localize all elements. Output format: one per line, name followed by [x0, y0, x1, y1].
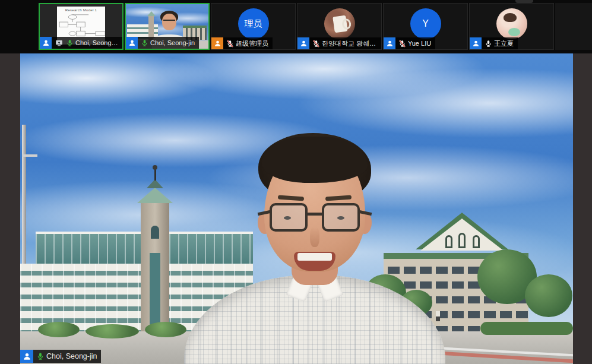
initials-avatar: 理员 [238, 8, 269, 39]
person-icon [470, 37, 482, 49]
participant-name: Choi, Seong-jin的屏幕... [75, 39, 118, 48]
participant-namebar: Choi, Seong-jin [126, 37, 199, 49]
participant-filmstrip: Research Model 1 [0, 0, 592, 53]
gable-window [445, 235, 452, 248]
screenshare-icon [54, 39, 64, 47]
tower-spire-finial [153, 165, 157, 170]
person-icon [126, 37, 138, 49]
mini-person-glasses [163, 20, 175, 23]
gable-window [473, 235, 480, 248]
mic-on-icon [65, 39, 74, 47]
baby-bib-graphic [508, 28, 520, 36]
main-speaker-namebar: Choi, Seong-jin [20, 350, 101, 363]
participant-tile-screenshare[interactable]: Research Model 1 [39, 3, 124, 50]
participant-name: 한양대학교 왕쉐/王雪 [322, 39, 377, 48]
initials-avatar: Y [410, 8, 441, 39]
mini-tower-roof [147, 11, 156, 16]
photo-avatar [496, 8, 527, 39]
speaker-teeth [297, 253, 332, 261]
person-icon [20, 350, 33, 363]
meeting-window: Research Model 1 [0, 0, 592, 364]
mug-graphic [333, 15, 348, 33]
person-icon [384, 37, 395, 49]
participant-namebar: 한양대학교 왕쉐/王雪 [297, 37, 381, 49]
bush [38, 322, 80, 337]
person-icon-host [211, 37, 223, 49]
bush [86, 324, 139, 338]
speaker-glasses-lens [322, 203, 360, 232]
tower-glass-strip [150, 253, 160, 333]
participant-name: 超级管理员 [236, 39, 268, 48]
main-video-tile[interactable]: Choi, Seong-jin [20, 53, 573, 364]
mic-on-icon [36, 352, 45, 360]
research-model-diagram [57, 12, 105, 39]
person-icon [40, 37, 52, 49]
participant-tile-wangxue[interactable]: 한양대학교 왕쉐/王雪 [297, 3, 382, 50]
clock-tower [141, 202, 169, 334]
participant-name: Choi, Seong-jin [150, 39, 195, 46]
participant-name: Yue LIU [408, 40, 431, 47]
baby-hair-graphic [504, 13, 517, 22]
mic-muted-icon [226, 40, 234, 48]
pedestrian [436, 311, 440, 321]
slide-title: Research Model 1 [57, 8, 105, 12]
speaker-nose [310, 227, 319, 247]
speaker-mouth [294, 252, 335, 271]
mic-on-icon [484, 40, 492, 48]
photo-avatar [324, 8, 355, 39]
filmstrip-empty-space [555, 3, 592, 50]
person-icon [297, 37, 309, 49]
participant-namebar: 王立夏 [470, 37, 518, 49]
light-pole-arm [22, 154, 37, 157]
mic-on-icon [140, 39, 148, 47]
main-speaker-name: Choi, Seong-jin [46, 352, 97, 360]
speaker-glasses-bridge [308, 213, 322, 216]
participant-tile-yueliu[interactable]: Y Yue LIU [383, 3, 468, 50]
mic-muted-icon [312, 40, 320, 48]
gable-window [458, 233, 466, 248]
participant-namebar: Yue LIU [384, 37, 435, 49]
tower-roof-peak [147, 179, 163, 188]
stage: Choi, Seong-jin [0, 53, 592, 364]
participant-tile-admin[interactable]: 理员 超级管理员 [211, 3, 296, 50]
participant-namebar: Choi, Seong-jin的屏幕... [40, 37, 122, 49]
tower-arch-window [151, 226, 159, 239]
participant-namebar: 超级管理员 [211, 37, 273, 49]
participant-name: 王立夏 [494, 39, 514, 48]
hedge-row [480, 322, 573, 335]
mic-muted-icon [398, 40, 406, 48]
participant-tile-wanglixia[interactable]: 王立夏 [469, 3, 554, 50]
speaker-hair-fringe [262, 137, 368, 183]
pine-tree [525, 274, 572, 317]
speaker-glasses-lens [270, 203, 308, 232]
participant-tile-choi-camera[interactable]: Choi, Seong-jin [125, 3, 210, 50]
bush [145, 322, 186, 337]
tower-roof [137, 188, 173, 203]
